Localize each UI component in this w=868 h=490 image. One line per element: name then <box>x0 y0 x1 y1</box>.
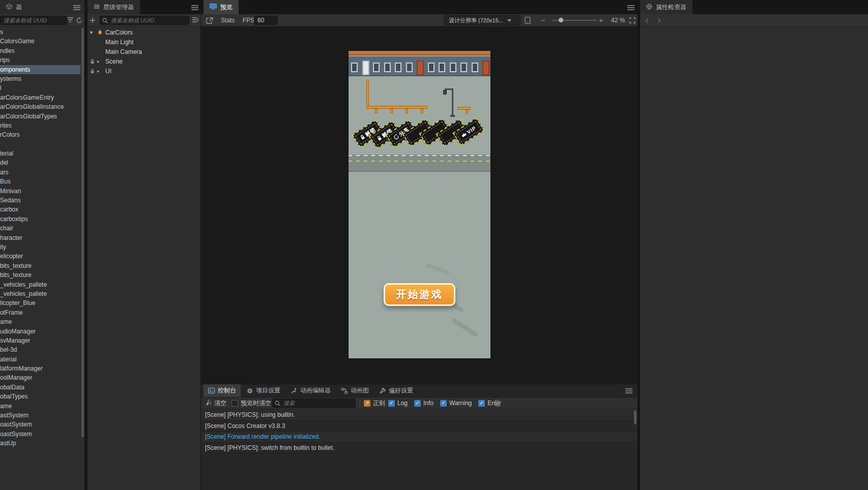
asset-item[interactable]: bits_texture <box>0 261 80 270</box>
asset-item[interactable]: oastSystem <box>0 430 80 439</box>
asset-item[interactable]: arColorsGlobalInstance <box>0 102 80 111</box>
asset-item[interactable]: _vehicles_pallete <box>0 280 80 289</box>
log-row[interactable]: [Scene] Forward render pipeline initiali… <box>201 432 638 443</box>
regex-toggle[interactable]: .* 正则 <box>364 397 385 409</box>
log-row[interactable]: [Scene] Cocos Creator v3.8.3 <box>201 421 638 432</box>
log-checkbox[interactable]: ✓ <box>388 400 395 407</box>
warning-checkbox[interactable]: ✓ <box>440 400 447 407</box>
asset-item[interactable]: obalData <box>0 383 80 392</box>
asset-item[interactable]: latformManager <box>0 364 80 373</box>
tab-hierarchy[interactable]: 层级管理器 <box>88 0 140 14</box>
console-tab-animation-graph[interactable]: 动画图 <box>337 384 373 397</box>
asset-item[interactable]: terial <box>0 149 80 158</box>
start-game-button[interactable]: 开始游戏 <box>384 283 455 306</box>
console-menu-icon[interactable] <box>624 387 633 394</box>
back-icon[interactable] <box>645 18 649 23</box>
design-resolution-dropdown[interactable]: 设计分辨率 (720x15... <box>444 15 520 25</box>
rotate-device-icon[interactable] <box>525 17 531 24</box>
hierarchy-item-main-light[interactable]: Main Light <box>88 37 200 47</box>
asset-item[interactable]: elicopter <box>0 252 80 261</box>
asset-item[interactable]: carboxtips <box>0 215 80 224</box>
asset-item[interactable]: ysterms <box>0 74 80 83</box>
hierarchy-item-ui[interactable]: ▸UI <box>88 66 200 76</box>
asset-item[interactable]: omponents <box>0 65 80 74</box>
asset-item[interactable]: licopter_Blue <box>0 298 80 308</box>
asset-item[interactable]: l <box>0 83 80 93</box>
forward-icon[interactable] <box>657 18 661 23</box>
game-canvas[interactable]: 解锁解锁分享VIP 开始游戏 <box>349 51 490 358</box>
assets-scrollbar[interactable] <box>81 27 84 437</box>
hierarchy-search-input[interactable] <box>100 16 189 25</box>
asset-item[interactable]: rites <box>0 121 80 130</box>
asset-item[interactable]: ndles <box>0 46 80 55</box>
asset-item[interactable]: ity <box>0 242 80 252</box>
open-external-icon[interactable] <box>206 17 213 24</box>
asset-item[interactable]: chair <box>0 224 80 233</box>
asset-item[interactable]: carbox <box>0 205 80 214</box>
refresh-icon[interactable] <box>76 17 82 23</box>
asset-item[interactable]: haracter <box>0 233 80 242</box>
console-tab-animation-editor[interactable]: 动画编辑器 <box>286 384 335 397</box>
filter-log[interactable]: ✓Log <box>388 400 408 407</box>
console-search-input[interactable] <box>272 399 356 408</box>
console-tab-console[interactable]: 控制台 <box>204 384 241 397</box>
stats-toggle[interactable]: Stats <box>221 17 235 24</box>
chevron-right-icon[interactable]: ▸ <box>97 58 104 64</box>
fps-input[interactable] <box>254 16 278 25</box>
console-tab-project-settings[interactable]: 项目设置 <box>242 384 285 397</box>
tab-preview[interactable]: 预览 <box>204 0 239 14</box>
tab-inspector[interactable]: 属性检查器 <box>640 0 692 14</box>
filter-warning[interactable]: ✓Warning <box>440 400 472 407</box>
asset-item[interactable]: otFrame <box>0 308 80 317</box>
asset-item[interactable]: aterial <box>0 355 80 364</box>
asset-item[interactable]: rColors <box>0 130 80 139</box>
asset-item[interactable]: _vehicles_pallete <box>0 289 80 298</box>
asset-item[interactable]: oolManager <box>0 373 80 382</box>
asset-item[interactable]: ame <box>0 317 80 326</box>
asset-item[interactable]: del <box>0 158 80 167</box>
fullscreen-icon[interactable] <box>629 17 635 23</box>
log-row[interactable]: [Scene] [PHYSICS]: switch from builtin t… <box>201 443 638 454</box>
clear-on-preview-toggle[interactable]: 预览时清空 <box>232 397 271 409</box>
asset-item[interactable]: s <box>0 27 80 37</box>
assets-search-input[interactable] <box>0 16 67 25</box>
asset-item[interactable]: rips <box>0 55 80 65</box>
asset-item[interactable]: bits_texture <box>0 270 80 280</box>
tab-assets[interactable]: 器 <box>0 0 84 14</box>
asset-item[interactable]: Bus <box>0 177 80 186</box>
preview-menu-icon[interactable] <box>626 4 635 11</box>
asset-item[interactable]: ColorsGame <box>0 37 80 46</box>
asset-item[interactable]: svManager <box>0 336 80 345</box>
asset-item[interactable]: obalTypes <box>0 392 80 401</box>
chevron-right-icon[interactable]: ▸ <box>97 68 104 74</box>
log-row[interactable]: [Scene] [PHYSICS]: using builtin. <box>201 410 638 421</box>
asset-item[interactable]: Minivan <box>0 187 80 196</box>
hierarchy-item-scene[interactable]: ▸Scene <box>88 56 200 66</box>
asset-item[interactable] <box>0 140 80 149</box>
asset-item[interactable]: oastSystem <box>0 420 80 429</box>
sort-icon[interactable] <box>192 17 198 22</box>
asset-item[interactable]: Sedans <box>0 196 80 205</box>
hierarchy-item-carcolors[interactable]: ▾CarColors <box>88 27 200 37</box>
asset-item[interactable]: bel-3d <box>0 345 80 354</box>
asset-item[interactable]: astUp <box>0 439 80 448</box>
hierarchy-menu-icon[interactable] <box>190 4 199 11</box>
zoom-slider-thumb[interactable] <box>559 18 563 22</box>
console-scrollbar[interactable] <box>634 410 636 424</box>
clear-on-preview-checkbox[interactable] <box>232 400 238 407</box>
filter-info[interactable]: ✓Info <box>414 400 433 407</box>
asset-item[interactable]: arColorsGlobalTypes <box>0 112 80 121</box>
hierarchy-item-main-camera[interactable]: Main Camera <box>88 47 200 56</box>
filter-icon[interactable] <box>67 17 73 22</box>
console-tab-preferences[interactable]: 偏好设置 <box>375 384 418 397</box>
error-checkbox[interactable]: ✓ <box>478 400 485 407</box>
clear-button[interactable]: 清空 <box>205 397 226 409</box>
log-file-icon[interactable] <box>495 400 500 406</box>
asset-item[interactable]: ars <box>0 168 80 177</box>
info-checkbox[interactable]: ✓ <box>414 400 421 407</box>
chevron-down-icon[interactable]: ▾ <box>90 29 97 35</box>
asset-item[interactable]: arColorsGameEntry <box>0 93 80 102</box>
zoom-in-button[interactable]: + <box>599 16 603 24</box>
asset-item[interactable]: ame <box>0 402 80 411</box>
asset-item[interactable]: astSystem <box>0 411 80 420</box>
